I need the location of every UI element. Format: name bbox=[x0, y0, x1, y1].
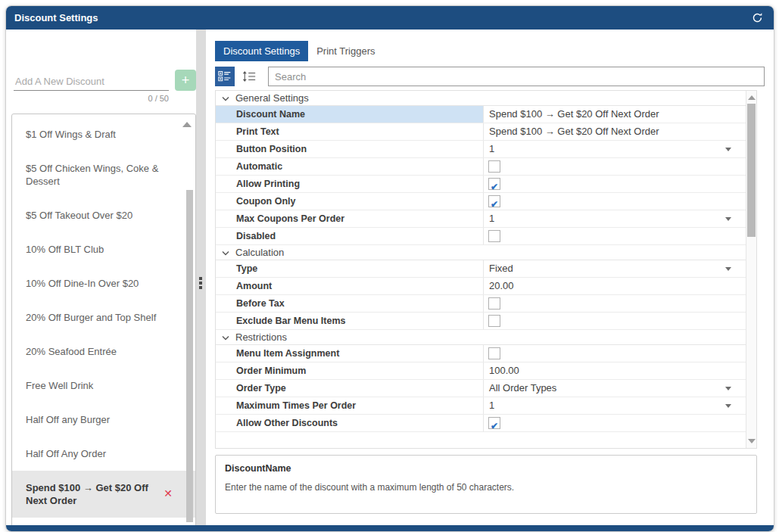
scroll-down-icon[interactable] bbox=[748, 439, 756, 443]
property-value: Spend $100 → Get $20 Off Next Order bbox=[489, 126, 659, 137]
property-row[interactable]: Amount 20.00 bbox=[216, 278, 756, 295]
property-value-cell[interactable]: Spend $100 → Get $20 Off Next Order bbox=[484, 123, 756, 140]
property-row[interactable]: Disabled bbox=[216, 228, 756, 245]
add-discount-input[interactable] bbox=[14, 73, 169, 91]
alphabetical-sort-button[interactable] bbox=[239, 67, 259, 86]
property-label-cell[interactable]: Before Tax bbox=[216, 295, 484, 312]
refresh-icon[interactable] bbox=[751, 11, 764, 24]
property-label-cell[interactable]: Order Minimum bbox=[216, 362, 484, 379]
property-value-cell[interactable] bbox=[484, 313, 756, 329]
checkbox[interactable] bbox=[488, 417, 500, 429]
dropdown-arrow-icon[interactable] bbox=[725, 217, 731, 221]
scroll-up-icon[interactable] bbox=[182, 122, 192, 127]
property-value-cell[interactable]: 1 bbox=[484, 141, 756, 157]
discount-list-item[interactable]: $5 Off Takeout Over $20 bbox=[12, 198, 195, 232]
property-label-cell[interactable]: Print Text bbox=[216, 123, 484, 140]
panel-splitter[interactable] bbox=[196, 30, 206, 525]
property-value-cell[interactable]: 1 bbox=[484, 210, 756, 227]
scroll-up-icon[interactable] bbox=[748, 95, 756, 100]
property-row[interactable]: Before Tax bbox=[216, 295, 756, 313]
property-group-calculation[interactable]: Calculation bbox=[216, 245, 756, 260]
property-label-cell[interactable]: Allow Printing bbox=[216, 176, 484, 192]
checkbox[interactable] bbox=[488, 178, 500, 190]
search-input[interactable] bbox=[268, 67, 765, 86]
property-row[interactable]: Coupon Only bbox=[216, 193, 756, 210]
property-label-cell[interactable]: Coupon Only bbox=[216, 193, 484, 210]
property-row[interactable]: Maximum Times Per Order 1 bbox=[216, 397, 756, 415]
property-value-cell[interactable] bbox=[484, 415, 756, 431]
property-value-cell[interactable] bbox=[484, 193, 756, 210]
property-label-cell[interactable]: Menu Item Assignment bbox=[216, 345, 484, 362]
property-value-cell[interactable] bbox=[484, 176, 756, 192]
discount-list-item[interactable]: Free Well Drink bbox=[12, 369, 195, 403]
discount-list-item-label: $5 Off Chicken Wings, Coke & Dessert bbox=[26, 163, 158, 187]
property-label-cell[interactable]: Button Position bbox=[216, 141, 484, 157]
property-group-general-settings[interactable]: General Settings bbox=[216, 91, 756, 106]
property-label: Allow Printing bbox=[236, 179, 300, 189]
discount-list-item[interactable]: Half Off any Burger bbox=[12, 403, 195, 437]
property-label-cell[interactable]: Allow Other Discounts bbox=[216, 415, 484, 431]
discount-list-item[interactable]: $1 Off Wings & Draft bbox=[12, 117, 195, 151]
property-value-cell[interactable]: Fixed bbox=[484, 260, 756, 277]
dropdown-arrow-icon[interactable] bbox=[725, 387, 731, 390]
discount-list-item[interactable]: Spend $100 → Get $20 Off Next Order ✕ bbox=[12, 471, 195, 518]
checkbox[interactable] bbox=[488, 315, 500, 327]
property-row[interactable]: Order Type All Order Types bbox=[216, 380, 756, 397]
tab-discount-settings[interactable]: Discount Settings bbox=[215, 41, 308, 61]
property-label-cell[interactable]: Order Type bbox=[216, 380, 484, 397]
checkbox[interactable] bbox=[488, 297, 500, 310]
property-row[interactable]: Order Minimum 100.00 bbox=[216, 362, 756, 380]
property-row[interactable]: Discount Name Spend $100 → Get $20 Off N… bbox=[216, 106, 756, 123]
property-value-cell[interactable]: 20.00 bbox=[484, 278, 756, 294]
list-scrollbar-thumb[interactable] bbox=[186, 190, 193, 522]
property-row[interactable]: Button Position 1 bbox=[216, 141, 756, 158]
property-label-cell[interactable]: Discount Name bbox=[216, 106, 484, 123]
checkbox[interactable] bbox=[488, 195, 500, 207]
property-row[interactable]: Allow Printing bbox=[216, 176, 756, 193]
categorized-view-button[interactable] bbox=[215, 67, 235, 86]
dropdown-arrow-icon[interactable] bbox=[725, 404, 731, 408]
property-row[interactable]: Exclude Bar Menu Items bbox=[216, 313, 756, 330]
add-discount-button[interactable]: + bbox=[175, 70, 196, 91]
grid-scrollbar[interactable] bbox=[746, 91, 756, 448]
discount-list-item-label: Half Off any Burger bbox=[26, 414, 110, 425]
grid-scrollbar-thumb[interactable] bbox=[747, 104, 756, 237]
discount-list-item[interactable]: 10% Off BLT Club bbox=[12, 232, 195, 266]
property-label-cell[interactable]: Exclude Bar Menu Items bbox=[216, 313, 484, 329]
property-value-cell[interactable] bbox=[484, 345, 756, 362]
property-value-cell[interactable] bbox=[484, 228, 756, 244]
discount-list-item[interactable]: 10% Off Dine-In Over $20 bbox=[12, 266, 195, 300]
property-label-cell[interactable]: Max Coupons Per Order bbox=[216, 210, 484, 227]
property-value-cell[interactable] bbox=[484, 158, 756, 175]
discount-list-item[interactable]: 20% Off Burger and Top Shelf bbox=[12, 300, 195, 334]
property-row[interactable]: Automatic bbox=[216, 158, 756, 176]
property-row[interactable]: Max Coupons Per Order 1 bbox=[216, 210, 756, 228]
dropdown-arrow-icon[interactable] bbox=[725, 267, 731, 271]
checkbox[interactable] bbox=[488, 347, 500, 359]
help-panel: DiscountName Enter the name of the disco… bbox=[215, 455, 757, 514]
property-value-cell[interactable]: 1 bbox=[484, 397, 756, 414]
tab-print-triggers[interactable]: Print Triggers bbox=[308, 41, 383, 61]
property-label-cell[interactable]: Type bbox=[216, 260, 484, 277]
discount-list-item[interactable]: Half Off Any Order bbox=[12, 437, 195, 471]
property-value-cell[interactable]: All Order Types bbox=[484, 380, 756, 397]
delete-discount-button[interactable]: ✕ bbox=[164, 487, 173, 500]
property-label-cell[interactable]: Disabled bbox=[216, 228, 484, 244]
discount-list-item-label: $5 Off Takeout Over $20 bbox=[26, 210, 132, 221]
checkbox[interactable] bbox=[488, 160, 500, 173]
discount-list-item[interactable]: $5 Off Chicken Wings, Coke & Dessert bbox=[12, 151, 195, 198]
property-value-cell[interactable]: Spend $100 → Get $20 Off Next Order bbox=[484, 106, 756, 123]
property-value-cell[interactable] bbox=[484, 295, 756, 312]
property-label-cell[interactable]: Amount bbox=[216, 278, 484, 294]
property-label-cell[interactable]: Maximum Times Per Order bbox=[216, 397, 484, 414]
checkbox[interactable] bbox=[488, 230, 500, 242]
property-value-cell[interactable]: 100.00 bbox=[484, 362, 756, 379]
property-group-restrictions[interactable]: Restrictions bbox=[216, 330, 756, 345]
property-row[interactable]: Type Fixed bbox=[216, 260, 756, 278]
property-row[interactable]: Print Text Spend $100 → Get $20 Off Next… bbox=[216, 123, 756, 141]
property-label-cell[interactable]: Automatic bbox=[216, 158, 484, 175]
property-row[interactable]: Allow Other Discounts bbox=[216, 415, 756, 432]
discount-list-item[interactable]: 20% Seafood Entrée bbox=[12, 334, 195, 369]
dropdown-arrow-icon[interactable] bbox=[725, 148, 731, 151]
property-row[interactable]: Menu Item Assignment bbox=[216, 345, 756, 362]
